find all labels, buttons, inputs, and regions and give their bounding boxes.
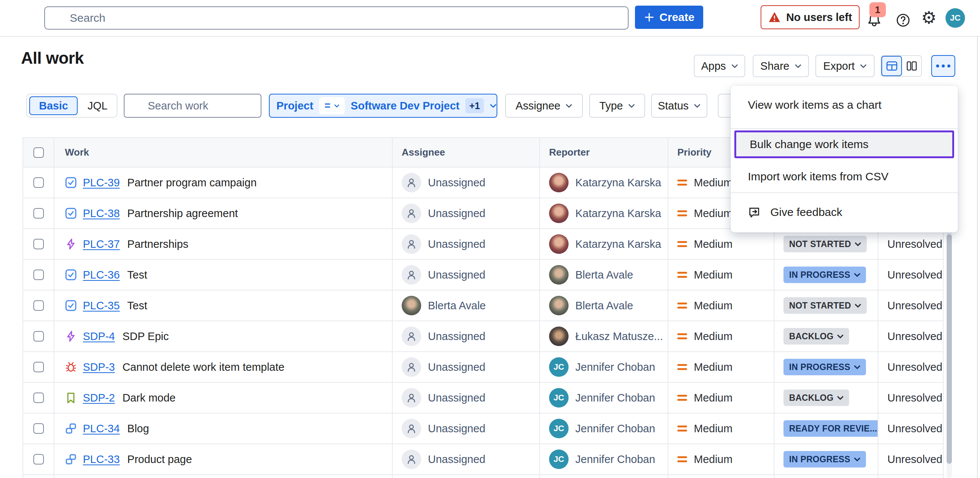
user-avatar[interactable]: JC (945, 8, 965, 28)
menu-item-bulk-change[interactable]: Bulk change work items (734, 130, 954, 158)
status-dropdown[interactable]: IN PROGRESS (783, 267, 866, 283)
work-cell: PLC-38 Partnership agreement (54, 199, 393, 229)
row-checkbox[interactable] (33, 392, 44, 403)
priority-value: Medium (694, 361, 732, 373)
epic-icon (65, 238, 77, 250)
priority-value: Medium (694, 207, 732, 220)
table-row: SDP-2 Dark mode Unassigned JC Jennifer C… (22, 383, 943, 413)
row-checkbox[interactable] (33, 423, 44, 434)
column-header-assignee[interactable]: Assignee (393, 137, 540, 168)
resolution-cell: Unresolved (878, 383, 943, 413)
jql-mode-button[interactable]: JQL (79, 100, 116, 112)
assignee-avatar (402, 265, 421, 284)
work-item-key-link[interactable]: PLC-34 (83, 422, 119, 435)
column-header-reporter[interactable]: Reporter (540, 137, 668, 168)
no-users-left-button[interactable]: No users left (760, 5, 860, 29)
query-mode-toggle: Basic JQL (26, 94, 118, 118)
assignee-name: Unassigned (428, 330, 485, 343)
detail-view-toggle[interactable] (902, 56, 921, 76)
work-search-input[interactable] (124, 94, 261, 118)
work-item-key-link[interactable]: SDP-4 (83, 330, 115, 343)
resolution-value: Unresolved (887, 300, 942, 312)
reporter-avatar: JC (549, 449, 569, 469)
assignee-name: Unassigned (428, 207, 485, 220)
row-checkbox[interactable] (33, 270, 44, 280)
reporter-name: Jennifer Choban (575, 422, 655, 435)
apps-dropdown-button[interactable]: Apps (694, 55, 745, 77)
status-dropdown[interactable]: BACKLOG (783, 328, 849, 345)
export-dropdown-button[interactable]: Export (815, 55, 875, 77)
menu-item-give-feedback[interactable]: Give feedback (730, 195, 958, 229)
create-button[interactable]: Create (635, 6, 703, 29)
work-item-key-link[interactable]: PLC-38 (83, 207, 119, 220)
more-actions-button[interactable] (931, 55, 955, 77)
row-checkbox[interactable] (33, 239, 44, 249)
select-all-checkbox[interactable] (33, 147, 44, 158)
column-header-work[interactable]: Work (54, 137, 393, 168)
reporter-avatar: JC (549, 357, 569, 377)
status-dropdown[interactable]: NOT STARTED (783, 236, 867, 252)
row-checkbox[interactable] (33, 362, 44, 372)
status-filter-button[interactable]: Status (651, 94, 707, 118)
row-checkbox[interactable] (33, 454, 44, 465)
assignee-name: Unassigned (428, 392, 485, 404)
table-row: PLC-34 Blog Unassigned JC Jennifer Choba… (22, 413, 943, 444)
resolution-value: Unresolved (887, 330, 942, 343)
row-checkbox[interactable] (33, 177, 44, 188)
menu-separator (730, 192, 958, 193)
reporter-avatar (549, 203, 569, 223)
resolution-cell: Unresolved (878, 291, 943, 321)
status-dropdown[interactable]: IN PROGRESS (783, 451, 866, 467)
status-dropdown[interactable]: BACKLOG (783, 389, 849, 406)
assignee-filter-button[interactable]: Assignee (505, 94, 583, 118)
global-search-input[interactable] (44, 6, 628, 30)
project-filter-chip[interactable]: Project = Software Dev Project +1 (269, 94, 497, 118)
menu-item-import-csv[interactable]: Import work items from CSV (730, 161, 958, 192)
chevron-down-icon (490, 104, 496, 108)
table-row: SDP-4 SDP Epic Unassigned Łukasz Matusze… (22, 321, 943, 352)
menu-item-view-as-chart[interactable]: View work items as a chart (730, 89, 958, 121)
settings-gear-icon[interactable]: ⚙ (921, 9, 937, 26)
row-checkbox[interactable] (33, 331, 44, 341)
work-item-key-link[interactable]: PLC-35 (83, 300, 119, 312)
status-cell: NOT STARTED (775, 291, 878, 321)
project-operator-dropdown[interactable]: = (319, 97, 345, 114)
assignee-avatar (402, 173, 421, 192)
status-dropdown[interactable]: NOT STARTED (783, 297, 867, 314)
status-dropdown[interactable]: IN PROGRESS (783, 359, 866, 375)
table-view-toggle[interactable] (881, 56, 902, 76)
work-item-summary: Partnerships (127, 238, 188, 251)
work-cell: PLC-33 Product page (54, 444, 393, 475)
work-item-key-link[interactable]: PLC-39 (83, 176, 119, 189)
priority-cell: Medium (668, 352, 775, 383)
row-select-cell (22, 229, 54, 260)
epic-icon (65, 330, 77, 342)
status-dropdown[interactable]: READY FOR REVIE... (783, 420, 878, 437)
basic-mode-button[interactable]: Basic (29, 96, 78, 115)
reporter-cell: JC Jennifer Choban (540, 352, 668, 383)
work-item-key-link[interactable]: SDP-3 (83, 361, 115, 373)
reporter-avatar (549, 327, 569, 346)
chevron-down-icon (628, 104, 635, 108)
work-item-key-link[interactable]: PLC-33 (83, 453, 119, 465)
assignee-name: Unassigned (428, 422, 485, 435)
work-item-key-link[interactable]: SDP-2 (83, 392, 115, 404)
work-item-key-link[interactable]: PLC-37 (83, 238, 119, 251)
help-icon[interactable] (896, 13, 911, 28)
work-item-key-link[interactable]: PLC-36 (83, 269, 119, 281)
menu-separator (730, 128, 958, 129)
table-scrollbar-thumb[interactable] (947, 234, 952, 464)
reporter-cell: JC Jennifer Choban (540, 413, 668, 444)
row-checkbox[interactable] (33, 208, 44, 219)
share-dropdown-button[interactable]: Share (753, 55, 809, 77)
row-checkbox[interactable] (33, 300, 44, 311)
reporter-avatar (549, 173, 569, 192)
type-filter-button[interactable]: Type (589, 94, 645, 118)
priority-value: Medium (694, 330, 732, 343)
task-icon (65, 176, 77, 189)
task-icon (65, 207, 77, 219)
work-item-summary: Partner program campaign (127, 176, 256, 189)
reporter-name: Jennifer Choban (575, 392, 655, 404)
resolution-value: Unresolved (887, 422, 942, 435)
table-view-icon (886, 60, 898, 72)
